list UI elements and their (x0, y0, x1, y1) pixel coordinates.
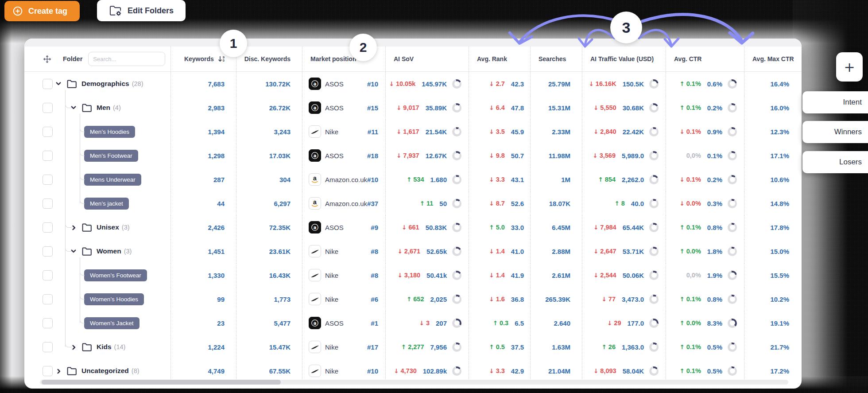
searches-value[interactable]: 18.07K (531, 191, 582, 215)
horizontal-scrollbar-thumb[interactable] (42, 380, 281, 385)
market-position-value[interactable]: #1 (371, 319, 385, 327)
row-checkbox[interactable] (43, 318, 53, 328)
searches-value[interactable]: 2.640 (531, 311, 582, 335)
side-tab-winners[interactable]: Winners (802, 121, 868, 143)
searches-value[interactable]: 265.39K (531, 287, 582, 311)
folder-row-uncategorized[interactable]: Uncategorized (8) 4,749 67.55K Nike #10 … (24, 359, 802, 383)
keywords-value[interactable]: 1,298 (171, 144, 236, 167)
disc-keywords-value[interactable]: 16.43K (236, 263, 302, 287)
traffic-value[interactable]: 150.5K (623, 80, 644, 88)
traffic-value[interactable]: 30.68K (623, 104, 644, 112)
ctr-value[interactable]: 0.6% (707, 80, 722, 88)
avg-max-ctr-value[interactable]: 15.0% (744, 239, 802, 263)
create-tag-button[interactable]: Create tag (4, 1, 80, 21)
market-position-value[interactable]: #8 (371, 248, 385, 255)
traffic-value[interactable]: 58.04K (623, 367, 644, 375)
chevron-right-icon[interactable] (71, 224, 77, 231)
searches-value[interactable]: 2.33M (531, 120, 582, 144)
avg-max-ctr-value[interactable]: 17.2% (744, 359, 802, 383)
folder-row-unisex[interactable]: Unisex (3) 2,426 72.35K a ASOS #9 ↓661 5… (24, 215, 802, 239)
row-checkbox[interactable] (43, 103, 53, 113)
disc-keywords-value[interactable]: 1,773 (236, 287, 302, 311)
keywords-value[interactable]: 2,426 (171, 215, 236, 239)
keywords-value[interactable]: 4,749 (171, 359, 236, 383)
traffic-value[interactable]: 2,262.0 (622, 176, 644, 183)
tag-badge-women-s-footwear[interactable]: Women’s Footwear (84, 269, 147, 281)
avg-max-ctr-value[interactable]: 16.0% (744, 96, 802, 120)
ctr-value[interactable]: 0.5% (707, 367, 722, 375)
rank-value[interactable]: 43.1 (511, 176, 524, 183)
avg-max-ctr-value[interactable]: 16.4% (744, 72, 802, 96)
searches-value[interactable]: 2.61M (531, 263, 582, 287)
disc-keywords-value[interactable]: 130.72K (236, 72, 302, 96)
market-position-value[interactable]: #18 (367, 152, 385, 160)
market-position-value[interactable]: #15 (367, 104, 385, 112)
tag-badge-mens-underwear[interactable]: Mens Underwear (84, 174, 141, 186)
ctr-value[interactable]: 0.9% (707, 128, 722, 136)
column-header-avg-ctr[interactable]: Avg. CTR (666, 47, 744, 71)
sort-numeric-icon[interactable]: 90 (218, 56, 225, 62)
disc-keywords-value[interactable]: 3,243 (236, 120, 302, 144)
add-button[interactable]: + (836, 52, 863, 82)
sov-value[interactable]: 52.65k (426, 248, 447, 255)
traffic-value[interactable]: 22.42K (623, 128, 644, 136)
disc-keywords-value[interactable]: 15.47K (236, 335, 302, 359)
market-position-value[interactable]: #37 (367, 200, 385, 207)
ctr-value[interactable]: 0.2% (707, 176, 722, 183)
rank-value[interactable]: 42.9 (511, 367, 524, 375)
keywords-value[interactable]: 44 (171, 191, 236, 215)
keywords-value[interactable]: 1,394 (171, 120, 236, 144)
avg-max-ctr-value[interactable]: 10.6% (744, 167, 802, 191)
row-checkbox[interactable] (43, 79, 53, 89)
market-position-value[interactable]: #8 (371, 272, 385, 279)
chevron-right-icon[interactable] (56, 367, 62, 374)
disc-keywords-value[interactable]: 72.35K (236, 215, 302, 239)
table-row[interactable]: Women’s Hoodies 99 1,773 Nike #6 ↑652 2,… (24, 287, 802, 311)
avg-max-ctr-value[interactable]: 10.2% (744, 287, 802, 311)
column-header-searches[interactable]: Searches (531, 47, 582, 71)
column-header-avg-rank[interactable]: Avg. Rank (469, 47, 531, 71)
traffic-value[interactable]: 53.71K (623, 248, 644, 255)
rank-value[interactable]: 6.5 (515, 319, 524, 327)
rank-value[interactable]: 42.3 (511, 80, 524, 88)
market-position-value[interactable]: #9 (371, 224, 385, 231)
table-row[interactable]: Women’s Footwear 1,330 16.43K Nike #8 ↓3… (24, 263, 802, 287)
ctr-value[interactable]: 1.8% (707, 248, 722, 255)
traffic-value[interactable]: 1,363.0 (622, 343, 644, 351)
disc-keywords-value[interactable]: 23.61K (236, 239, 302, 263)
avg-max-ctr-value[interactable]: 19.1% (744, 311, 802, 335)
avg-max-ctr-value[interactable]: 14.8% (744, 191, 802, 215)
table-row[interactable]: Women’s Jacket 23 5,477 a ASOS #1 ↓3 207… (24, 311, 802, 335)
ctr-value[interactable]: 0.5% (707, 343, 722, 351)
ctr-value[interactable]: 0.1% (707, 152, 722, 160)
tag-badge-men-s-hoodies[interactable]: Men’s Hoodies (84, 126, 135, 138)
row-checkbox[interactable] (43, 127, 53, 137)
avg-max-ctr-value[interactable]: 12.3% (744, 120, 802, 144)
market-position-value[interactable]: #17 (367, 343, 385, 351)
disc-keywords-value[interactable]: 5,477 (236, 311, 302, 335)
column-header-ai-traffic-value[interactable]: AI Traffic Value (USD) (582, 47, 666, 71)
tag-badge-women-s-jacket[interactable]: Women’s Jacket (84, 317, 140, 329)
searches-value[interactable]: 25.79M (531, 72, 582, 96)
ctr-value[interactable]: 0.8% (707, 296, 722, 303)
traffic-value[interactable]: 40.0 (631, 200, 644, 207)
rank-value[interactable]: 33.0 (511, 224, 524, 231)
keywords-value[interactable]: 7,683 (171, 72, 236, 96)
searches-value[interactable]: 21.04M (531, 359, 582, 383)
avg-max-ctr-value[interactable]: 15.5% (744, 263, 802, 287)
disc-keywords-value[interactable]: 6,297 (236, 191, 302, 215)
disc-keywords-value[interactable]: 17.03K (236, 144, 302, 167)
searches-value[interactable]: 1M (531, 167, 582, 191)
sov-value[interactable]: 50 (439, 200, 447, 207)
table-row[interactable]: Men’s Footwear 1,298 17.03K a ASOS #18 ↓… (24, 144, 802, 167)
keywords-value[interactable]: 1,224 (171, 335, 236, 359)
disc-keywords-value[interactable]: 304 (236, 167, 302, 191)
folder-row-demographics[interactable]: Demographics (28) 7,683 130.72K a ASOS #… (24, 72, 802, 96)
market-position-value[interactable]: #10 (367, 176, 385, 183)
row-checkbox[interactable] (43, 222, 53, 233)
ctr-value[interactable]: 0.8% (707, 224, 722, 231)
rank-value[interactable]: 50.7 (511, 152, 524, 160)
sov-value[interactable]: 1.680 (430, 176, 447, 183)
traffic-value[interactable]: 177.0 (627, 319, 644, 327)
chevron-down-icon[interactable] (55, 81, 62, 87)
